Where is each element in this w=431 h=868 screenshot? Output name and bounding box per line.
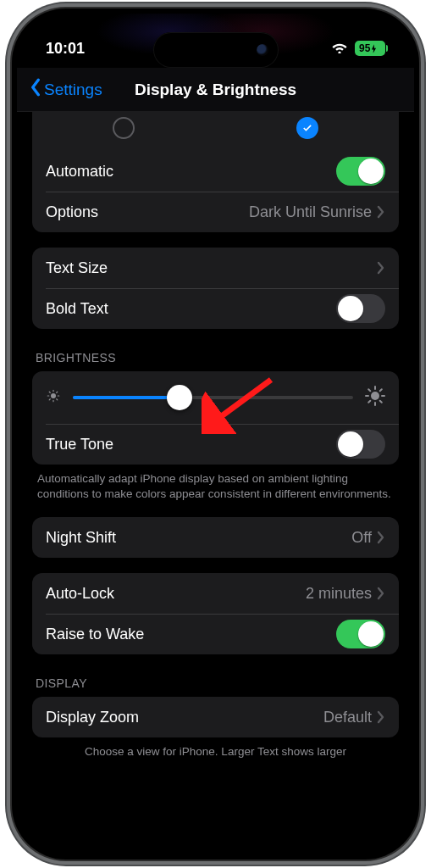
- night-shift-row[interactable]: Night Shift Off: [32, 517, 399, 558]
- automatic-label: Automatic: [46, 163, 336, 181]
- display-group: Display Zoom Default: [32, 697, 399, 737]
- text-size-row[interactable]: Text Size: [32, 248, 399, 288]
- auto-lock-row[interactable]: Auto-Lock 2 minutes: [32, 573, 399, 614]
- bold-text-toggle[interactable]: [336, 294, 385, 323]
- true-tone-toggle[interactable]: [336, 430, 385, 459]
- wifi-icon: [331, 40, 348, 58]
- sun-min-icon: [46, 388, 61, 408]
- status-time: 10:01: [46, 40, 85, 58]
- bold-text-label: Bold Text: [46, 300, 336, 318]
- sun-max-icon: [365, 386, 385, 410]
- raise-to-wake-toggle[interactable]: [336, 620, 385, 648]
- appearance-group: Automatic Options Dark Until Sunrise: [32, 112, 399, 232]
- night-shift-group: Night Shift Off: [32, 517, 399, 558]
- auto-lock-value: 2 minutes: [306, 585, 372, 603]
- volume-up-button: [5, 210, 9, 268]
- text-size-label: Text Size: [46, 259, 377, 277]
- chevron-right-icon: [377, 531, 385, 544]
- display-zoom-value: Default: [323, 709, 372, 726]
- display-zoom-row[interactable]: Display Zoom Default: [32, 697, 399, 737]
- power-button: [422, 229, 426, 322]
- brightness-slider-row: [32, 371, 399, 424]
- options-value: Dark Until Sunrise: [249, 203, 372, 221]
- battery-indicator: 95: [355, 41, 385, 56]
- appearance-selector-row: [32, 112, 399, 151]
- svg-point-0: [51, 393, 56, 398]
- automatic-row: Automatic: [32, 151, 399, 192]
- autolock-group: Auto-Lock 2 minutes Raise to Wake: [32, 573, 399, 654]
- screen: 10:01 95 Settings Display & Brightness: [17, 14, 414, 854]
- dynamic-island: [153, 32, 279, 68]
- brightness-footer: Automatically adapt iPhone display based…: [37, 471, 394, 502]
- check-icon: [301, 122, 313, 134]
- brightness-header: BRIGHTNESS: [36, 351, 395, 364]
- options-label: Options: [46, 203, 249, 221]
- night-shift-label: Night Shift: [46, 529, 351, 547]
- appearance-dark-radio[interactable]: [296, 117, 318, 139]
- chevron-right-icon: [377, 261, 385, 275]
- settings-content[interactable]: Automatic Options Dark Until Sunrise Tex…: [17, 112, 414, 854]
- true-tone-label: True Tone: [46, 436, 336, 453]
- auto-lock-label: Auto-Lock: [46, 585, 306, 603]
- night-shift-value: Off: [351, 529, 372, 547]
- display-zoom-label: Display Zoom: [46, 709, 323, 726]
- back-button[interactable]: Settings: [29, 78, 102, 101]
- chevron-right-icon: [377, 205, 385, 219]
- chevron-right-icon: [377, 587, 385, 600]
- display-footer: Choose a view for iPhone. Larger Text sh…: [37, 744, 394, 760]
- slider-thumb[interactable]: [167, 385, 192, 410]
- display-header: DISPLAY: [36, 676, 395, 690]
- phone-frame: 10:01 95 Settings Display & Brightness: [12, 8, 419, 860]
- svg-point-1: [371, 392, 379, 400]
- chevron-right-icon: [377, 710, 385, 724]
- raise-to-wake-row: Raise to Wake: [32, 614, 399, 654]
- bold-text-row: Bold Text: [32, 288, 399, 329]
- true-tone-row: True Tone: [32, 424, 399, 465]
- slider-fill: [73, 396, 180, 399]
- back-label: Settings: [44, 81, 102, 99]
- options-row[interactable]: Options Dark Until Sunrise: [32, 192, 399, 232]
- appearance-light-radio[interactable]: [113, 117, 135, 139]
- brightness-group: True Tone: [32, 371, 399, 465]
- navigation-bar: Settings Display & Brightness: [17, 68, 414, 112]
- raise-to-wake-label: Raise to Wake: [46, 626, 336, 643]
- volume-down-button: [5, 281, 9, 339]
- text-group: Text Size Bold Text: [32, 248, 399, 329]
- brightness-slider[interactable]: [73, 385, 353, 410]
- automatic-toggle[interactable]: [336, 157, 385, 186]
- volume-mute-switch: [5, 161, 9, 192]
- chevron-left-icon: [29, 78, 42, 101]
